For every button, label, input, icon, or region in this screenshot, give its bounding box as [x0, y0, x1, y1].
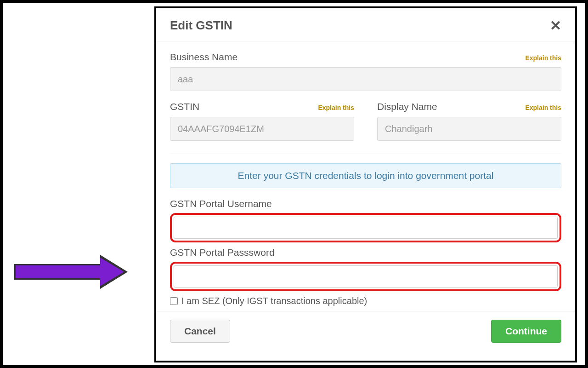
portal-password-input[interactable] [174, 265, 558, 288]
business-name-input[interactable] [170, 67, 561, 91]
gstin-display-row: GSTIN Explain this Display Name Explain … [170, 101, 561, 141]
portal-username-highlight [170, 213, 561, 242]
cancel-button[interactable]: Cancel [170, 320, 230, 343]
portal-username-input[interactable] [174, 217, 558, 239]
modal-header: Edit GSTIN ✕ [156, 8, 575, 41]
explain-business-name-link[interactable]: Explain this [525, 54, 561, 62]
explain-display-name-link[interactable]: Explain this [525, 104, 561, 111]
close-icon[interactable]: ✕ [550, 19, 561, 33]
sez-checkbox[interactable] [170, 297, 178, 305]
sez-checkbox-row[interactable]: I am SEZ (Only IGST transactions applica… [170, 296, 561, 306]
portal-password-label: GSTN Portal Passsword [170, 247, 561, 258]
business-name-field: Business Name Explain this [170, 52, 561, 91]
continue-button[interactable]: Continue [491, 320, 561, 343]
arrow-head [100, 258, 124, 286]
gstin-input[interactable] [170, 117, 354, 141]
modal-footer: Cancel Continue [156, 311, 575, 351]
edit-gstin-modal: Edit GSTIN ✕ Business Name Explain this … [154, 6, 577, 362]
portal-username-label: GSTN Portal Username [170, 198, 561, 209]
annotation-arrow [14, 256, 129, 288]
credentials-info-banner: Enter your GSTN credentials to login int… [170, 163, 561, 188]
business-name-label: Business Name [170, 52, 237, 63]
display-name-field: Display Name Explain this [377, 101, 561, 141]
explain-gstin-link[interactable]: Explain this [318, 104, 354, 111]
modal-title: Edit GSTIN [170, 18, 232, 33]
sez-checkbox-label: I am SEZ (Only IGST transactions applica… [181, 296, 367, 306]
modal-body: Business Name Explain this GSTIN Explain… [156, 41, 575, 311]
gstin-label-row: GSTIN Explain this [170, 101, 354, 112]
gstin-field: GSTIN Explain this [170, 101, 354, 141]
display-name-input[interactable] [377, 117, 561, 141]
gstin-label: GSTIN [170, 101, 199, 112]
display-name-label-row: Display Name Explain this [377, 101, 561, 112]
arrow-shaft [14, 264, 102, 280]
business-name-label-row: Business Name Explain this [170, 52, 561, 63]
portal-password-highlight [170, 262, 561, 291]
section-divider [170, 154, 561, 154]
display-name-label: Display Name [377, 101, 437, 112]
